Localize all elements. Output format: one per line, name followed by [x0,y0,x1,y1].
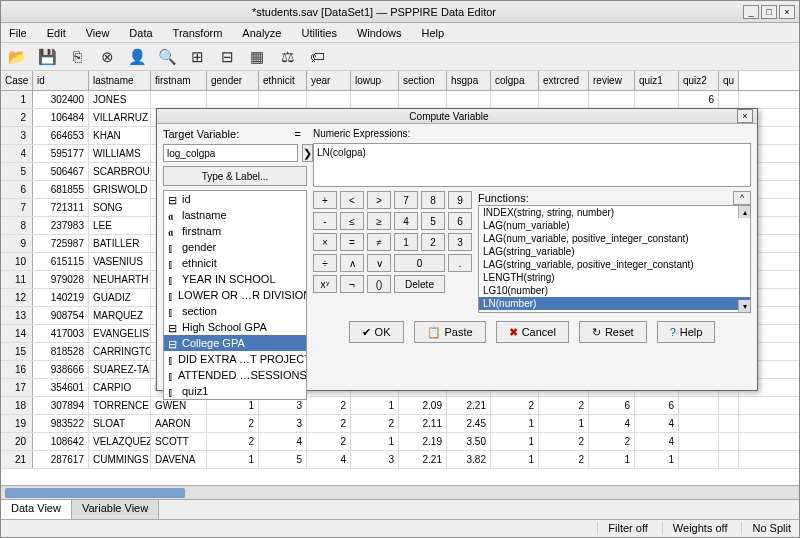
cell[interactable]: 6 [1,181,33,198]
keypad-key[interactable]: 8 [421,191,445,209]
cell[interactable]: 354601 [33,379,89,396]
cell[interactable]: 1 [635,451,679,468]
type-and-label-button[interactable]: Type & Label... [163,166,307,186]
variable-item[interactable]: ⫿ gender [164,239,306,255]
cell[interactable]: SONG [89,199,151,216]
functions-collapse-button[interactable]: ^ [733,191,751,205]
table-row[interactable]: 20108642VELAZQUEZSCOTT24212.193.501224 [1,433,799,451]
cell[interactable]: 5 [259,451,307,468]
cell[interactable]: 2 [539,433,589,450]
cell[interactable]: 3 [1,127,33,144]
menu-file[interactable]: File [5,25,31,41]
cell[interactable]: 1 [491,451,539,468]
cell[interactable]: SCARBROUG [89,163,151,180]
keypad-key[interactable]: 9 [448,191,472,209]
column-ethnicit[interactable]: ethnicit [259,71,307,90]
cell[interactable]: 506467 [33,163,89,180]
cell[interactable] [307,91,351,108]
keypad-key[interactable]: ≥ [367,212,391,230]
keypad-key[interactable]: 0 [394,254,445,272]
cell[interactable]: 6 [679,91,719,108]
cell[interactable]: CUMMINGS [89,451,151,468]
column-review[interactable]: review [589,71,635,90]
cell[interactable] [589,91,635,108]
save-icon[interactable]: 💾 [37,47,57,67]
column-colgpa[interactable]: colgpa [491,71,539,90]
function-item[interactable]: LAG(string_variable) [479,245,750,258]
variable-item[interactable]: ⫿ quiz1 [164,383,306,399]
cell[interactable] [259,91,307,108]
cell[interactable]: 983522 [33,415,89,432]
cell[interactable]: 2 [207,415,259,432]
keypad-key[interactable]: 6 [448,212,472,230]
function-item[interactable]: LAG(num_variable) [479,219,750,232]
variable-item[interactable]: ⫿ LOWER OR …R DIVISION [164,287,306,303]
cell[interactable]: 287617 [33,451,89,468]
cell[interactable]: BATILLER [89,235,151,252]
keypad-key[interactable]: 5 [421,212,445,230]
cell[interactable]: 3 [351,451,399,468]
function-item[interactable]: LENGTH(string) [479,271,750,284]
cell[interactable]: TORRENCE [89,397,151,414]
variable-item[interactable]: ⫿ YEAR IN SCHOOL [164,271,306,287]
horizontal-scrollbar[interactable] [1,485,799,499]
cell[interactable]: 12 [1,289,33,306]
function-item[interactable]: LG10(number) [479,284,750,297]
keypad-key[interactable]: 1 [394,233,418,251]
keypad-key[interactable]: 3 [448,233,472,251]
cell[interactable]: VASENIUS [89,253,151,270]
maximize-button[interactable]: □ [761,5,777,19]
cell[interactable]: 106484 [33,109,89,126]
close-case-icon[interactable]: ⊗ [97,47,117,67]
scroll-up-icon[interactable]: ▴ [738,206,750,218]
weights-icon[interactable]: ⚖ [277,47,297,67]
function-item[interactable]: INDEX(string, string, number) [479,206,750,219]
cell[interactable]: 664653 [33,127,89,144]
cell[interactable] [635,91,679,108]
cell[interactable]: 15 [1,343,33,360]
cell[interactable]: 4 [307,451,351,468]
cell[interactable] [679,415,719,432]
cell[interactable]: 2 [589,433,635,450]
variable-item[interactable]: ⫿ ATTENDED …SESSIONS? [164,367,306,383]
close-button[interactable]: × [779,5,795,19]
table-row[interactable]: 19983522SLOATAARON23222.112.451144 [1,415,799,433]
cell[interactable]: 2 [307,433,351,450]
keypad-key[interactable]: 2 [421,233,445,251]
function-item[interactable]: LAG(string_variable, positive_integer_co… [479,258,750,271]
cell[interactable]: 3.50 [447,433,491,450]
cell[interactable] [719,91,739,108]
column-lastname[interactable]: lastname [89,71,151,90]
variable-list[interactable]: ⊟ id𝖆 lastname𝖆 firstnam⫿ gender⫿ ethnic… [163,190,307,400]
cell[interactable]: MARQUEZ [89,307,151,324]
column-more[interactable]: qu [719,71,739,90]
open-icon[interactable]: 📂 [7,47,27,67]
keypad-key[interactable]: - [313,212,337,230]
numeric-expression-input[interactable]: LN(colgpa) [313,143,751,187]
move-to-expression-button[interactable]: ❯ [302,144,313,162]
cell[interactable]: 2 [207,433,259,450]
cell[interactable]: 938666 [33,361,89,378]
cell[interactable]: SCOTT [151,433,207,450]
cell[interactable]: 4 [1,145,33,162]
menu-view[interactable]: View [82,25,114,41]
cell[interactable]: CARRINGTOI [89,343,151,360]
cell[interactable]: DAVENA [151,451,207,468]
cell[interactable]: 7 [1,199,33,216]
tab-data-view[interactable]: Data View [1,500,72,519]
target-variable-input[interactable] [163,144,298,162]
cell[interactable]: 10 [1,253,33,270]
variable-item[interactable]: ⊟ College GPA [164,335,306,351]
table-row[interactable]: 21287617CUMMINGSDAVENA15432.213.821211 [1,451,799,469]
cell[interactable]: 417003 [33,325,89,342]
ok-button[interactable]: ✔OK [349,321,404,343]
cell[interactable] [679,451,719,468]
variable-item[interactable]: ⫿ DID EXTRA …T PROJECT? [164,351,306,367]
functions-list[interactable]: ▴ INDEX(string, string, number)LAG(num_v… [478,205,751,313]
cell[interactable]: 1 [207,451,259,468]
cell[interactable]: SUAREZ-TAN [89,361,151,378]
paste-button[interactable]: 📋Paste [414,321,486,343]
insert-icon[interactable]: ⊞ [187,47,207,67]
cell[interactable]: 681855 [33,181,89,198]
cell[interactable]: 237983 [33,217,89,234]
